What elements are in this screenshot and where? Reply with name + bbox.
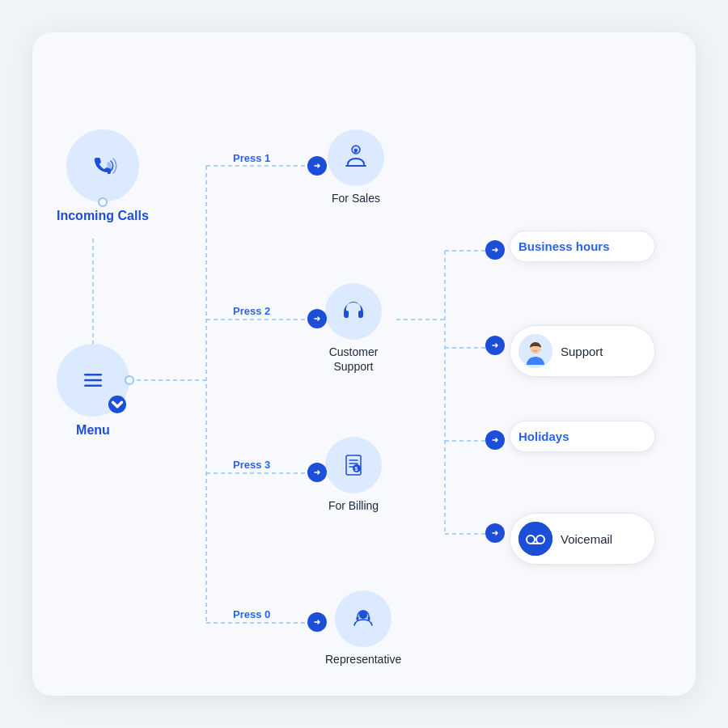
- svg-rect-17: [84, 385, 102, 387]
- sales-label: For Sales: [332, 191, 380, 205]
- incoming-calls-label: Incoming Calls: [57, 209, 149, 223]
- business-hours-label: Business hours: [518, 239, 610, 253]
- representative-node: Representative: [325, 590, 401, 667]
- customer-support-node: Customer Support: [325, 283, 382, 374]
- svg-point-35: [518, 522, 552, 556]
- voicemail-arrow: [485, 523, 505, 543]
- headphones-icon: [325, 283, 382, 340]
- representative-label: Representative: [325, 652, 401, 667]
- holidays-label: Holidays: [518, 430, 569, 443]
- customer-support-label: Customer Support: [329, 345, 379, 374]
- incoming-calls-connector: [98, 197, 108, 207]
- incoming-calls-node: Incoming Calls: [57, 129, 149, 223]
- svg-text:$: $: [355, 466, 358, 472]
- incoming-calls-icon: [66, 129, 139, 202]
- menu-label: Menu: [76, 423, 110, 438]
- billing-node: $ For Billing: [325, 437, 382, 513]
- sales-icon: $ $: [328, 129, 384, 186]
- holidays-arrow: [485, 430, 505, 450]
- holidays-pill[interactable]: Holidays: [510, 421, 655, 452]
- press3-arrow: [307, 463, 327, 482]
- menu-chevron: [108, 396, 126, 413]
- business-hours-arrow: [485, 240, 505, 260]
- support-pill[interactable]: Support: [510, 325, 655, 377]
- representative-icon: [335, 590, 392, 647]
- menu-node: Menu: [57, 344, 129, 438]
- press1-arrow: [307, 156, 327, 176]
- main-card: Incoming Calls Menu Press 1: [32, 32, 696, 696]
- billing-label: For Billing: [328, 498, 379, 513]
- press1-label: Press 1: [233, 152, 270, 164]
- svg-rect-15: [84, 374, 102, 376]
- support-label: Support: [561, 345, 603, 358]
- press2-arrow: [307, 309, 327, 328]
- business-hours-pill[interactable]: Business hours: [510, 231, 655, 262]
- press0-arrow: [307, 612, 327, 632]
- press2-label: Press 2: [233, 305, 270, 317]
- support-arrow: [485, 336, 505, 355]
- support-avatar: [518, 334, 552, 368]
- voicemail-label: Voicemail: [561, 532, 612, 546]
- press3-label: Press 3: [233, 459, 270, 471]
- voicemail-icon: [518, 522, 552, 556]
- menu-connector: [125, 375, 134, 385]
- voicemail-pill[interactable]: Voicemail: [510, 513, 655, 565]
- billing-icon: $: [325, 437, 382, 493]
- svg-point-13: [85, 148, 121, 184]
- press0-label: Press 0: [233, 608, 270, 620]
- sales-node: $ $ For Sales: [328, 129, 384, 205]
- svg-rect-16: [84, 379, 102, 382]
- menu-icon-circle: [57, 344, 129, 417]
